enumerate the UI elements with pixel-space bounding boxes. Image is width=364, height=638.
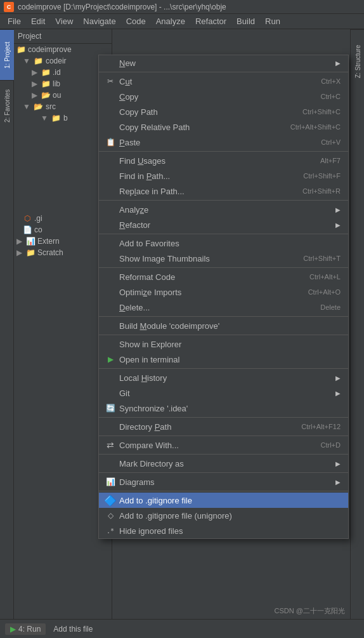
tree-item-idea[interactable]: ▶ 📁 .id bbox=[14, 67, 112, 78]
menu-item-hide-ignored-files[interactable]: .* Hide ignored files bbox=[99, 523, 348, 538]
sidebar-item-project[interactable]: 1: Project bbox=[0, 29, 14, 80]
tree-item-codeir[interactable]: ▼ 📁 codeir bbox=[14, 55, 112, 67]
project-panel-header: Project bbox=[14, 29, 112, 44]
menu-item-local-history[interactable]: Local History ▶ bbox=[99, 370, 348, 385]
divider-11 bbox=[99, 454, 348, 455]
sidebar-item-structure[interactable]: Z: Structure bbox=[351, 29, 364, 93]
play-icon: ▶ bbox=[10, 625, 16, 634]
menu-item-add-to-favorites[interactable]: Add to Favorites bbox=[99, 236, 348, 251]
project-panel: Project 📁 codeimprove ▼ 📁 codeir ▶ 📁 .id… bbox=[14, 29, 112, 638]
replace-icon bbox=[104, 186, 117, 196]
menu-navigate[interactable]: Navigate bbox=[78, 15, 120, 27]
menu-refactor[interactable]: Refactor bbox=[190, 15, 231, 27]
left-tabs: 1: Project 2: Favorites bbox=[0, 29, 14, 638]
menu-item-refactor[interactable]: Refactor ▶ bbox=[99, 217, 348, 232]
external-icon: 📊 bbox=[26, 237, 35, 246]
divider-2 bbox=[99, 151, 348, 152]
menu-analyze[interactable]: Analyze bbox=[151, 15, 190, 27]
menu-item-git[interactable]: Git ▶ bbox=[99, 385, 348, 401]
cut-icon: ✂ bbox=[104, 76, 117, 86]
tree-item-git[interactable]: ⬡ .gi bbox=[14, 213, 112, 224]
main-layout: 1: Project 2: Favorites Project 📁 codeim… bbox=[0, 29, 364, 638]
unignore-icon: ◇ bbox=[104, 510, 117, 521]
copy-icon bbox=[104, 91, 117, 102]
menu-item-copy[interactable]: Copy Ctrl+C bbox=[99, 89, 348, 104]
context-menu: New ▶ ✂ Cut Ctrl+X Copy Ctrl+C Copy Path… bbox=[98, 55, 349, 539]
folder-icon: 📁 bbox=[34, 56, 43, 65]
project-icon: 📁 bbox=[16, 45, 25, 54]
run-button[interactable]: ▶ 4: Run bbox=[5, 623, 46, 635]
menu-item-copy-relative-path[interactable]: Copy Relative Path Ctrl+Alt+Shift+C bbox=[99, 119, 348, 135]
folder-icon-idea: 📁 bbox=[41, 68, 50, 77]
divider-3 bbox=[99, 200, 348, 201]
run-label: 4: Run bbox=[18, 625, 41, 634]
tree-item-external[interactable]: ▶ 📊 Extern bbox=[14, 236, 112, 247]
tree-item-src[interactable]: ▼ 📂 src bbox=[14, 101, 112, 112]
menu-item-add-to-gitignore[interactable]: 🔷 Add to .gitignore file bbox=[99, 493, 348, 508]
menu-item-add-to-gitignore-unignore[interactable]: ◇ Add to .gitignore file (unignore) bbox=[99, 508, 348, 523]
menu-item-find-in-path[interactable]: Find in Path... Ctrl+Shift+F bbox=[99, 168, 348, 183]
find-in-path-icon bbox=[104, 171, 117, 181]
sidebar-item-favorites[interactable]: 2: Favorites bbox=[0, 80, 14, 131]
paste-icon: 📋 bbox=[104, 137, 117, 147]
menu-item-cut[interactable]: ✂ Cut Ctrl+X bbox=[99, 74, 348, 89]
favorites-icon bbox=[104, 238, 117, 248]
menu-code[interactable]: Code bbox=[121, 15, 151, 27]
menu-item-reformat-code[interactable]: Reformat Code Ctrl+Alt+L bbox=[99, 269, 348, 284]
menu-item-open-in-terminal[interactable]: ▶ Open in terminal bbox=[99, 352, 348, 367]
submenu-arrow-analyze: ▶ bbox=[335, 206, 341, 213]
title-bar: C codeimprove [D:\myProject\codeimprove]… bbox=[0, 0, 364, 14]
menu-item-new[interactable]: New ▶ bbox=[99, 55, 348, 70]
menu-item-show-in-explorer[interactable]: Show in Explorer bbox=[99, 336, 348, 352]
menu-item-find-usages[interactable]: Find Usages Alt+F7 bbox=[99, 153, 348, 168]
submenu-arrow-refactor: ▶ bbox=[335, 222, 341, 229]
menu-run[interactable]: Run bbox=[260, 15, 285, 27]
divider-7 bbox=[99, 335, 348, 335]
menu-item-synchronize[interactable]: 🔄 Synchronize '.idea' bbox=[99, 401, 348, 416]
divider-10 bbox=[99, 435, 348, 436]
scratch-icon: 📁 bbox=[26, 248, 35, 257]
right-tabs: Z: Structure bbox=[350, 29, 364, 619]
add-file-label: Add this file bbox=[53, 625, 93, 634]
tree-item-lib[interactable]: ▶ 📁 lib bbox=[14, 78, 112, 90]
title-text: codeimprove [D:\myProject\codeimprove] -… bbox=[18, 3, 226, 11]
menu-item-copy-path[interactable]: Copy Path Ctrl+Shift+C bbox=[99, 104, 348, 119]
tree-item-co[interactable]: 📄 co bbox=[14, 224, 112, 236]
tree-item-out[interactable]: ▶ 📂 ou bbox=[14, 90, 112, 101]
menu-bar: File Edit View Navigate Code Analyze Ref… bbox=[0, 14, 364, 29]
divider-13 bbox=[99, 491, 348, 491]
menu-item-analyze[interactable]: Analyze ▶ bbox=[99, 202, 348, 217]
menu-item-directory-path[interactable]: Directory Path Ctrl+Alt+F12 bbox=[99, 419, 348, 434]
analyze-icon bbox=[104, 204, 117, 215]
menu-build[interactable]: Build bbox=[231, 15, 260, 27]
menu-item-show-image-thumbnails[interactable]: Show Image Thumbnails Ctrl+Shift+T bbox=[99, 251, 348, 266]
menu-file[interactable]: File bbox=[3, 15, 26, 27]
menu-view[interactable]: View bbox=[50, 15, 78, 27]
menu-item-mark-directory-as[interactable]: Mark Directory as ▶ bbox=[99, 456, 348, 471]
menu-edit[interactable]: Edit bbox=[26, 15, 50, 27]
divider-4 bbox=[99, 234, 348, 234]
tree-item-scratch[interactable]: ▶ 📁 Scratch bbox=[14, 247, 112, 258]
menu-item-delete[interactable]: Delete... Delete bbox=[99, 300, 348, 315]
menu-item-replace-in-path[interactable]: Replace in Path... Ctrl+Shift+R bbox=[99, 183, 348, 199]
project-label: Project bbox=[18, 32, 41, 41]
git-icon: ⬡ bbox=[23, 214, 32, 223]
menu-item-compare-with[interactable]: ⇄ Compare With... Ctrl+D bbox=[99, 437, 348, 453]
divider-12 bbox=[99, 472, 348, 473]
co-icon: 📄 bbox=[23, 225, 32, 234]
submenu-arrow-diagrams: ▶ bbox=[335, 479, 341, 486]
folder-open-icon-out: 📂 bbox=[41, 91, 50, 100]
diagrams-icon: 📊 bbox=[104, 477, 117, 487]
menu-item-optimize-imports[interactable]: Optimize Imports Ctrl+Alt+O bbox=[99, 284, 348, 300]
compare-icon: ⇄ bbox=[104, 440, 117, 450]
tree-item-codeimprove[interactable]: 📁 codeimprove bbox=[14, 44, 112, 55]
build-icon bbox=[104, 321, 117, 331]
new-icon bbox=[104, 58, 117, 68]
menu-item-paste[interactable]: 📋 Paste Ctrl+V bbox=[99, 135, 348, 150]
menu-item-build-module[interactable]: Build Module 'codeimprove' bbox=[99, 318, 348, 333]
menu-item-diagrams[interactable]: 📊 Diagrams ▶ bbox=[99, 474, 348, 489]
submenu-arrow-new: ▶ bbox=[335, 60, 341, 67]
refactor-icon bbox=[104, 220, 117, 230]
tree-item-b[interactable]: ▼ 📁 b bbox=[14, 112, 112, 124]
divider-9 bbox=[99, 417, 348, 418]
